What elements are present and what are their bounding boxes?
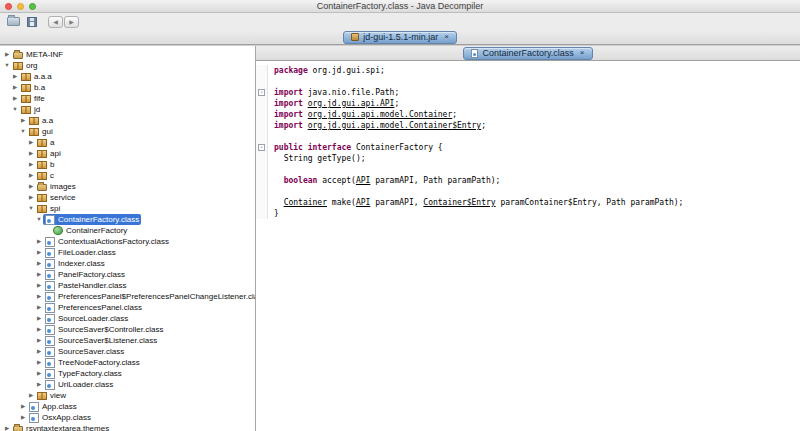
tree-item[interactable]: ▶META-INF xyxy=(0,49,255,60)
tree-item-node[interactable]: PreferencesPanel$PreferencesPanelChangeL… xyxy=(43,291,256,302)
chevron-right-icon[interactable]: ▶ xyxy=(35,302,43,313)
tree-item-node[interactable]: FileLoader.class xyxy=(43,247,118,258)
tree-item-node[interactable]: SourceLoader.class xyxy=(43,313,130,324)
tree-item[interactable]: ContainerFactory xyxy=(0,225,255,236)
chevron-right-icon[interactable]: ▶ xyxy=(27,181,35,192)
tree-item[interactable]: ▶SourceSaver$Listener.class xyxy=(0,335,255,346)
tree-item-node[interactable]: SourceSaver.class xyxy=(43,346,126,357)
tree-item-node[interactable]: c xyxy=(35,170,56,181)
tree-item[interactable]: ▶service xyxy=(0,192,255,203)
tree-item[interactable]: ▶rsyntaxtextarea.themes xyxy=(0,423,255,431)
tree-item[interactable]: ▼org xyxy=(0,60,255,71)
tree-item-node[interactable]: META-INF xyxy=(11,49,65,60)
tree-item[interactable]: ▶PreferencesPanel.class xyxy=(0,302,255,313)
tree-item[interactable]: ▶b.a xyxy=(0,82,255,93)
tree-item[interactable]: ▶OsxApp.class xyxy=(0,412,255,423)
chevron-right-icon[interactable]: ▶ xyxy=(35,324,43,335)
zoom-window-button[interactable] xyxy=(29,3,36,10)
tree-item[interactable]: ▶a.a xyxy=(0,115,255,126)
tree-item-node[interactable]: api xyxy=(35,148,63,159)
chevron-right-icon[interactable]: ▶ xyxy=(35,368,43,379)
chevron-right-icon[interactable]: ▶ xyxy=(35,335,43,346)
chevron-down-icon[interactable]: ▼ xyxy=(11,104,19,115)
tree-item-node[interactable]: b xyxy=(35,159,56,170)
tree-item-node[interactable]: gui xyxy=(27,126,55,137)
open-file-button[interactable] xyxy=(5,16,22,27)
chevron-right-icon[interactable]: ▶ xyxy=(11,82,19,93)
code-link[interactable]: org.jd.gui.api.model.Container xyxy=(308,110,453,119)
chevron-right-icon[interactable]: ▶ xyxy=(19,412,27,423)
tree-item-node[interactable]: b.a xyxy=(19,82,47,93)
tree-item-node[interactable]: jd xyxy=(19,104,42,115)
tree-item-node[interactable]: fife xyxy=(19,93,47,104)
tree-item[interactable]: ▶api xyxy=(0,148,255,159)
tree-item-node[interactable]: SourceSaver$Listener.class xyxy=(43,335,159,346)
tree-item-node[interactable]: PreferencesPanel.class xyxy=(43,302,144,313)
chevron-right-icon[interactable]: ▶ xyxy=(35,236,43,247)
tree-item[interactable]: ▶SourceSaver.class xyxy=(0,346,255,357)
chevron-right-icon[interactable]: ▶ xyxy=(27,170,35,181)
tree-item-node[interactable]: org xyxy=(11,60,40,71)
chevron-right-icon[interactable]: ▶ xyxy=(35,291,43,302)
chevron-down-icon[interactable]: ▼ xyxy=(27,203,35,214)
tree-item-node[interactable]: view xyxy=(35,390,68,401)
tree-item[interactable]: ▶Indexer.class xyxy=(0,258,255,269)
tree-item[interactable]: ▼jd xyxy=(0,104,255,115)
tree-item[interactable]: ▶a xyxy=(0,137,255,148)
chevron-right-icon[interactable]: ▶ xyxy=(35,269,43,280)
close-tab-icon[interactable]: × xyxy=(444,33,449,41)
chevron-right-icon[interactable]: ▶ xyxy=(27,148,35,159)
back-button[interactable]: ◀ xyxy=(48,16,63,28)
tree-item-node[interactable]: UriLoader.class xyxy=(43,379,115,390)
tree-item-node[interactable]: SourceSaver$Controller.class xyxy=(43,324,165,335)
tree-item-selected[interactable]: ContainerFactory.class xyxy=(43,214,141,225)
tree-item-node[interactable]: App.class xyxy=(27,401,79,412)
tree-item[interactable]: ▶PanelFactory.class xyxy=(0,269,255,280)
chevron-right-icon[interactable]: ▶ xyxy=(3,423,11,431)
tree-item[interactable]: ▶TypeFactory.class xyxy=(0,368,255,379)
code-link[interactable]: API xyxy=(356,198,370,207)
tree-item[interactable]: ▶c xyxy=(0,170,255,181)
package-tree[interactable]: ▶META-INF▼org▶a.a.a▶b.a▶fife▼jd▶a.a▼gui▶… xyxy=(0,46,256,431)
tree-item[interactable]: ▼ContainerFactory.class xyxy=(0,214,255,225)
close-tab-icon[interactable]: × xyxy=(580,49,585,57)
tree-item[interactable]: ▶PasteHandler.class xyxy=(0,280,255,291)
tree-item[interactable]: ▶fife xyxy=(0,93,255,104)
chevron-right-icon[interactable]: ▶ xyxy=(35,357,43,368)
chevron-right-icon[interactable]: ▶ xyxy=(27,159,35,170)
tree-item[interactable]: ▶UriLoader.class xyxy=(0,379,255,390)
forward-button[interactable]: ▶ xyxy=(64,16,79,28)
code-link[interactable]: API xyxy=(356,176,370,185)
tree-item[interactable]: ▶PreferencesPanel$PreferencesPanelChange… xyxy=(0,291,255,302)
tree-item-node[interactable]: images xyxy=(35,181,78,192)
fold-collapse-icon[interactable]: - xyxy=(258,89,265,96)
chevron-right-icon[interactable]: ▶ xyxy=(27,192,35,203)
code-link[interactable]: org.jd.gui.api.model.Container$Entry xyxy=(308,121,481,130)
tree-item[interactable]: ▼gui xyxy=(0,126,255,137)
chevron-right-icon[interactable]: ▶ xyxy=(35,379,43,390)
tree-item-node[interactable]: service xyxy=(35,192,77,203)
chevron-right-icon[interactable]: ▶ xyxy=(19,401,27,412)
tree-item-node[interactable]: PasteHandler.class xyxy=(43,280,128,291)
code-link[interactable]: Container$Entry xyxy=(423,198,495,207)
chevron-right-icon[interactable]: ▶ xyxy=(3,49,11,60)
tree-item[interactable]: ▶view xyxy=(0,390,255,401)
close-window-button[interactable] xyxy=(5,3,12,10)
code-editor[interactable]: package org.jd.gui.spi;-import java.nio.… xyxy=(256,61,800,431)
chevron-right-icon[interactable]: ▶ xyxy=(11,93,19,104)
tree-item[interactable]: ▶TreeNodeFactory.class xyxy=(0,357,255,368)
chevron-down-icon[interactable]: ▼ xyxy=(3,60,11,71)
tree-item[interactable]: ▶b xyxy=(0,159,255,170)
fold-collapse-icon[interactable]: - xyxy=(258,144,265,151)
code-link[interactable]: Container xyxy=(284,198,327,207)
tree-item-node[interactable]: TreeNodeFactory.class xyxy=(43,357,142,368)
tree-item-node[interactable]: PanelFactory.class xyxy=(43,269,127,280)
tree-item[interactable]: ▼spi xyxy=(0,203,255,214)
chevron-right-icon[interactable]: ▶ xyxy=(11,71,19,82)
tree-item-node[interactable]: Indexer.class xyxy=(43,258,107,269)
tree-item-node[interactable]: spi xyxy=(35,203,62,214)
tree-item-node[interactable]: ContainerFactory xyxy=(51,225,129,236)
save-button[interactable] xyxy=(25,16,39,28)
tree-item-node[interactable]: TypeFactory.class xyxy=(43,368,124,379)
tree-item-node[interactable]: a xyxy=(35,137,56,148)
